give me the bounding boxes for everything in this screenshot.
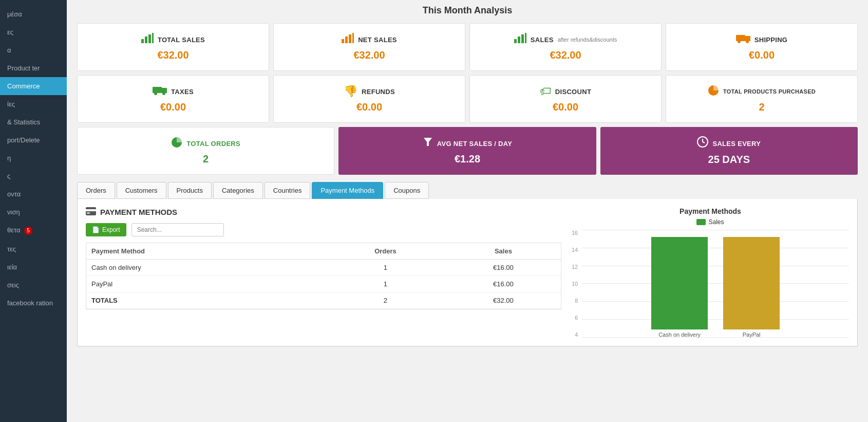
- legend-sales-color: [696, 219, 706, 225]
- svg-rect-6: [349, 34, 351, 43]
- total-products-value: 2: [759, 101, 764, 113]
- tab-customers[interactable]: Customers: [117, 182, 166, 199]
- tab-categories[interactable]: Categories: [213, 182, 263, 199]
- taxes-title: TAXES: [171, 88, 194, 96]
- cell-orders: 2: [325, 292, 446, 309]
- discount-title: DISCOUNT: [555, 88, 591, 96]
- sidebar-item-es[interactable]: ες: [0, 23, 67, 41]
- total-sales-title: TOTAL SALES: [158, 36, 205, 44]
- cell-orders: 1: [325, 260, 446, 276]
- cell-method: TOTALS: [86, 292, 325, 309]
- pie-chart-green-icon: [171, 137, 182, 150]
- sales-every-value: 25 DAYS: [708, 154, 750, 166]
- export-icon: 📄: [92, 226, 100, 233]
- sidebar-item-commerce[interactable]: Commerce: [0, 77, 67, 95]
- sidebar-item-mesa[interactable]: μέσα: [0, 5, 67, 23]
- bar: [651, 237, 708, 329]
- chart-bars-area: Cash on deliveryPayPal: [582, 230, 849, 338]
- sidebar-item-ies[interactable]: ίες: [0, 95, 67, 113]
- refunds-value: €0.00: [356, 101, 382, 113]
- svg-point-15: [746, 40, 749, 43]
- toolbar: 📄 Export: [86, 223, 561, 236]
- page-title: This Month Analysis: [77, 5, 858, 16]
- table-row: TOTALS2€32.00: [86, 292, 561, 309]
- bars-group: Cash on deliveryPayPal: [582, 230, 849, 338]
- svg-rect-7: [352, 33, 354, 43]
- col-orders: Orders: [325, 243, 446, 260]
- bar-chart-icon: [141, 33, 154, 46]
- cell-sales: €32.00: [446, 292, 561, 309]
- chart-y-axis: 16141210864: [572, 230, 582, 338]
- svg-rect-12: [736, 35, 745, 41]
- shipping-value: €0.00: [749, 49, 775, 61]
- total-products-title: TOTAL PRODUCTS PURCHASED: [723, 88, 816, 95]
- avg-net-sales-title: AVG NET SALES / day: [437, 140, 513, 148]
- total-sales-value: €32.00: [157, 49, 188, 61]
- table-row: PayPal1€16.00: [86, 276, 561, 292]
- sidebar-item-a[interactable]: α: [0, 41, 67, 59]
- card-taxes: TAXES €0.00: [77, 75, 269, 123]
- svg-rect-8: [514, 39, 517, 43]
- sidebar-item-ieia[interactable]: ιεία: [0, 258, 67, 276]
- bar-chart-green2-icon: [514, 33, 526, 46]
- col-payment-method: Payment Method: [86, 243, 325, 260]
- badge-theta: 5: [24, 227, 32, 235]
- sidebar-item-tes[interactable]: τες: [0, 240, 67, 258]
- svg-rect-16: [153, 87, 162, 93]
- y-axis-label: 16: [572, 230, 578, 236]
- pie-chart-orange-icon: [708, 85, 719, 98]
- svg-point-19: [162, 92, 165, 95]
- cell-method: Cash on delivery: [86, 260, 325, 276]
- payment-methods-table-container[interactable]: Payment Method Orders Sales Cash on deli…: [86, 243, 561, 309]
- y-axis-label: 14: [572, 247, 578, 253]
- y-axis-label: 10: [572, 281, 578, 287]
- taxes-value: €0.00: [160, 101, 186, 113]
- truck-icon: [736, 33, 750, 46]
- card-sales-after: SALES after refunds&discounts €32.00: [469, 23, 662, 71]
- net-sales-title: NET SALES: [358, 36, 397, 44]
- svg-rect-2: [148, 34, 151, 43]
- sidebar-item-s[interactable]: ς: [0, 167, 67, 185]
- sidebar-item-n[interactable]: η: [0, 149, 67, 167]
- total-orders-value: 2: [203, 153, 209, 165]
- payment-methods-section-title: PAYMENT METHODS: [86, 207, 561, 217]
- sales-after-value: €32.00: [550, 49, 581, 61]
- tag-icon: 🏷: [540, 85, 551, 98]
- sales-after-title: SALES: [531, 36, 554, 44]
- chart-legend: Sales: [572, 218, 849, 226]
- cell-sales: €16.00: [446, 276, 561, 292]
- svg-point-18: [154, 92, 157, 95]
- svg-rect-3: [152, 33, 154, 43]
- export-button[interactable]: 📄 Export: [86, 223, 126, 236]
- payment-methods-icon: [86, 207, 96, 217]
- tab-content: PAYMENT METHODS 📄 Export Payment Method …: [77, 199, 858, 346]
- sidebar-item-facebook[interactable]: facebook ration: [0, 294, 67, 312]
- cards-row3: TOTAL ORDERS 2 AVG NET SALES / day €1.28…: [77, 127, 858, 175]
- svg-line-25: [703, 142, 705, 143]
- search-input[interactable]: [131, 223, 224, 236]
- card-shipping: SHIPPING €0.00: [666, 23, 858, 71]
- sidebar-item-theta[interactable]: θετα 5: [0, 221, 67, 240]
- sidebar-item-export[interactable]: port/Delete: [0, 131, 67, 149]
- bar-item: Cash on delivery: [651, 230, 708, 338]
- sidebar-item-onta[interactable]: οντα: [0, 185, 67, 203]
- chart-title: Payment Methods: [572, 207, 849, 215]
- card-refunds: 👎 REFUNDS €0.00: [273, 75, 465, 123]
- sidebar-item-statistics[interactable]: & Statistics: [0, 113, 67, 131]
- cell-sales: €16.00: [446, 260, 561, 276]
- tab-payment-methods[interactable]: Payment Methods: [312, 182, 383, 199]
- tab-products[interactable]: Products: [168, 182, 212, 199]
- sidebar-item-product[interactable]: Product ter: [0, 59, 67, 77]
- tab-coupons[interactable]: Coupons: [385, 182, 429, 199]
- svg-rect-9: [518, 36, 520, 43]
- tab-countries[interactable]: Countries: [265, 182, 311, 199]
- main-content: This Month Analysis TOTAL SALES €32.00 N…: [67, 0, 868, 422]
- y-axis-label: 4: [575, 332, 578, 338]
- sidebar-item-seis[interactable]: σεις: [0, 276, 67, 294]
- refunds-title: REFUNDS: [362, 88, 395, 96]
- tab-orders[interactable]: Orders: [77, 182, 115, 199]
- svg-rect-27: [86, 209, 96, 211]
- y-axis-label: 6: [575, 315, 578, 321]
- payment-methods-left-panel: PAYMENT METHODS 📄 Export Payment Method …: [86, 207, 561, 338]
- sidebar-item-nisi[interactable]: νιση: [0, 203, 67, 221]
